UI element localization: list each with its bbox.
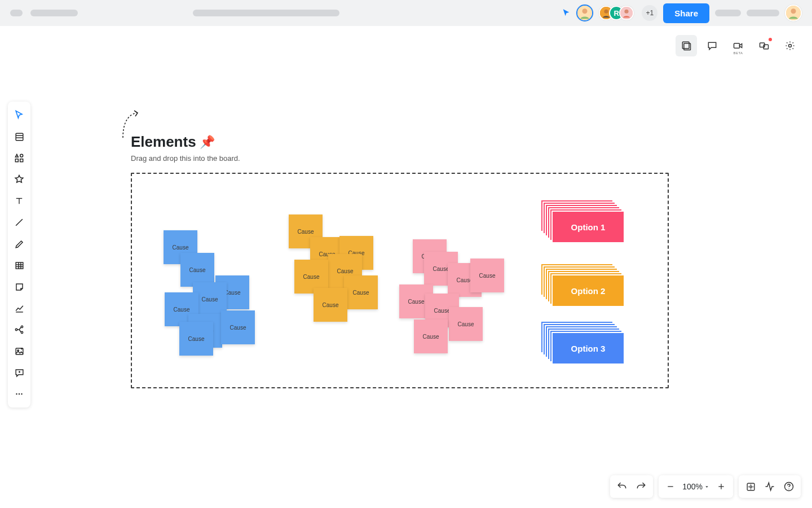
svg-point-46 [749,485,751,487]
pin-emoji-icon: 📌 [200,135,215,150]
cursor-indicator-icon [562,8,571,17]
activity-button[interactable] [760,477,779,496]
sticky-note[interactable]: Cause [414,319,448,353]
top-extra-placeholder[interactable] [747,10,779,16]
collaborator-avatar[interactable] [619,6,634,20]
svg-marker-17 [15,154,18,157]
zoom-in-button[interactable] [712,477,731,496]
section-subtitle: Drag and drop this into the board. [131,154,240,163]
center-toolbar-placeholder [193,10,339,16]
svg-rect-20 [20,159,23,162]
sticky-note[interactable]: Cause [470,259,504,292]
sticky-note-tool[interactable] [9,277,29,297]
video-call-button[interactable]: BETA [727,35,749,56]
stamp-tool[interactable] [9,169,29,190]
comment-panel-button[interactable] [701,35,723,56]
svg-point-7 [791,8,796,14]
beta-badge: BETA [734,51,743,55]
right-action-panel: BETA [676,35,801,56]
text-tool[interactable] [9,191,29,211]
option-card-label: Option 1 [551,211,625,243]
tool-toolbar [8,102,30,408]
image-tool[interactable] [9,341,29,361]
board-name-placeholder[interactable] [30,10,78,16]
svg-rect-10 [734,43,740,48]
svg-point-1 [582,8,588,14]
sticky-note[interactable]: Cause [344,275,378,309]
help-button[interactable] [779,477,798,496]
svg-point-3 [604,10,608,14]
map-button[interactable] [741,477,760,496]
undo-button[interactable] [612,477,632,496]
svg-rect-19 [15,159,18,162]
svg-rect-14 [16,133,23,141]
svg-line-23 [16,219,23,226]
zoom-out-button[interactable] [661,477,680,496]
option-card-stack[interactable]: Option 2 [540,263,626,304]
notification-dot-icon [769,38,772,41]
chart-tool[interactable] [9,298,29,318]
option-card-stack[interactable]: Option 1 [540,199,626,240]
sticky-note[interactable]: Cause [180,253,214,287]
svg-point-31 [21,326,23,327]
svg-point-5 [625,10,629,14]
zoom-level-text: 100% [682,482,703,491]
more-tools-button[interactable] [9,384,29,404]
top-bar: R +1 Share [0,0,812,26]
mindmap-tool[interactable] [9,319,29,340]
sticky-note[interactable]: Cause [449,307,483,341]
section-title: Elements 📌 [131,133,240,151]
svg-rect-24 [16,262,23,268]
option-card-label: Option 2 [551,274,625,307]
profile-avatar[interactable] [785,5,802,21]
top-extra-placeholder[interactable] [715,10,741,16]
settings-button[interactable] [779,35,801,56]
section-header: Elements 📌 Drag and drop this into the b… [131,133,240,163]
redo-button[interactable] [632,477,651,496]
table-tool[interactable] [9,255,29,275]
collaborator-overflow-count[interactable]: +1 [642,5,657,21]
svg-point-18 [20,154,23,157]
canvas-area[interactable]: Elements 📌 Drag and drop this into the b… [0,26,812,508]
line-tool[interactable] [9,212,29,233]
current-user-avatar[interactable] [576,5,593,21]
sticky-note[interactable]: Cause [314,288,347,322]
sticky-note[interactable]: Cause [221,310,255,344]
reactions-button[interactable] [753,35,775,56]
select-tool[interactable] [9,105,29,125]
history-group [610,475,653,498]
zoom-level-dropdown[interactable]: 100% [680,482,712,491]
chevron-down-icon [704,484,709,489]
option-card-stack[interactable]: Option 3 [540,321,626,361]
svg-point-40 [19,393,20,395]
svg-point-13 [789,45,792,47]
collaborator-avatars[interactable]: R [599,6,634,20]
svg-point-32 [21,331,23,333]
pen-tool[interactable] [9,234,29,254]
logo-placeholder[interactable] [10,10,23,16]
notes-button[interactable] [676,35,697,56]
svg-point-41 [21,393,22,395]
svg-point-30 [15,329,17,330]
svg-point-48 [788,489,789,489]
bottom-toolbar: 100% [610,475,801,498]
zoom-group: 100% [659,475,733,498]
shapes-tool[interactable] [9,148,29,168]
sticky-note[interactable]: Cause [179,322,213,356]
share-button[interactable]: Share [663,3,709,23]
templates-tool[interactable] [9,126,29,147]
utility-group [739,475,801,498]
comment-tool[interactable] [9,362,29,383]
top-bar-right: R +1 Share [562,3,802,23]
svg-point-39 [16,393,17,395]
elements-frame[interactable]: CauseCauseCauseCauseCauseCauseCauseCause… [131,173,669,388]
decorative-arrow-icon [121,110,143,139]
option-card-label: Option 3 [551,332,625,365]
